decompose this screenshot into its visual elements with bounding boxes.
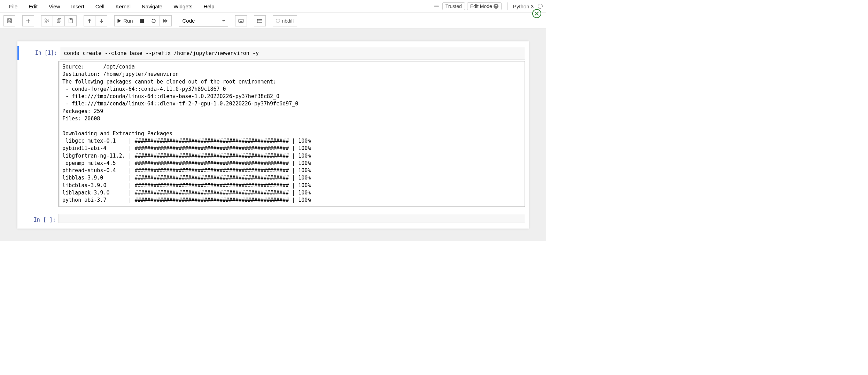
svg-point-32 <box>257 22 258 23</box>
menu-widgets[interactable]: Widgets <box>168 1 198 11</box>
restart-run-all-button[interactable] <box>160 15 172 26</box>
svg-rect-4 <box>8 21 11 23</box>
toolbar: Run Code nbdiff <box>0 13 546 29</box>
insert-cell-button[interactable] <box>22 15 34 26</box>
code-input[interactable] <box>59 214 525 223</box>
close-icon <box>534 11 539 16</box>
restart-button[interactable] <box>148 15 160 26</box>
help-icon: ? <box>494 4 498 9</box>
restart-icon <box>151 18 156 24</box>
svg-point-31 <box>257 21 258 21</box>
divider <box>507 2 507 10</box>
svg-rect-18 <box>140 19 144 23</box>
toc-button[interactable] <box>254 15 266 26</box>
kernel-status-icon <box>538 4 543 9</box>
svg-point-7 <box>45 22 46 23</box>
input-prompt: In [ ]: <box>17 214 59 223</box>
close-button[interactable] <box>532 9 541 18</box>
paste-icon <box>68 18 73 24</box>
edit-mode-label: Edit Mode <box>470 3 492 9</box>
interrupt-button[interactable] <box>136 15 148 26</box>
notebook-container: In [1]: conda create --clone base --pref… <box>0 29 546 241</box>
stop-icon <box>140 19 144 23</box>
svg-point-8 <box>45 19 46 20</box>
list-icon <box>257 18 263 24</box>
output-prompt <box>17 61 59 207</box>
svg-point-30 <box>257 19 258 20</box>
arrow-down-icon <box>99 18 104 24</box>
menu-cell[interactable]: Cell <box>90 1 110 11</box>
command-palette-button[interactable] <box>235 15 247 26</box>
plus-icon <box>25 18 31 24</box>
menu-file[interactable]: File <box>3 1 23 11</box>
edit-mode-badge[interactable]: Edit Mode? <box>467 2 502 10</box>
input-prompt: In [1]: <box>19 47 60 59</box>
menu-help[interactable]: Help <box>198 1 220 11</box>
copy-icon <box>56 18 62 24</box>
paste-button[interactable] <box>65 15 77 26</box>
circle-icon <box>276 19 280 23</box>
menu-kernel[interactable]: Kernel <box>110 1 136 11</box>
move-up-button[interactable] <box>84 15 95 26</box>
run-label: Run <box>123 18 133 24</box>
notification-indicator <box>434 6 439 7</box>
save-button[interactable] <box>3 15 15 26</box>
run-button[interactable]: Run <box>114 15 136 26</box>
fast-forward-icon <box>163 18 168 24</box>
menu-bar: File Edit View Insert Cell Kernel Naviga… <box>0 0 546 13</box>
menu-insert[interactable]: Insert <box>65 1 90 11</box>
keyboard-icon <box>238 18 244 24</box>
notebook: In [1]: conda create --clone base --pref… <box>17 41 529 229</box>
svg-rect-3 <box>8 19 10 20</box>
code-cell[interactable]: In [ ]: <box>17 213 529 224</box>
save-icon <box>7 18 12 24</box>
code-cell[interactable]: In [1]: conda create --clone base --pref… <box>17 46 529 207</box>
svg-line-10 <box>46 19 49 22</box>
scissors-icon <box>44 18 50 24</box>
svg-line-9 <box>46 20 49 22</box>
svg-marker-19 <box>163 19 165 23</box>
menu-edit[interactable]: Edit <box>23 1 43 11</box>
code-input[interactable]: conda create --clone base --prefix /home… <box>60 47 525 59</box>
menu-navigate[interactable]: Navigate <box>136 1 168 11</box>
cell-output[interactable]: Source: /opt/conda Destination: /home/ju… <box>59 61 525 207</box>
kernel-name[interactable]: Python 3 <box>513 3 534 9</box>
menu-view[interactable]: View <box>43 1 65 11</box>
svg-marker-20 <box>165 19 168 23</box>
svg-rect-21 <box>238 19 243 22</box>
play-icon <box>117 19 121 23</box>
nbdiff-button[interactable]: nbdiff <box>273 15 297 26</box>
nbdiff-label: nbdiff <box>282 18 294 24</box>
cut-button[interactable] <box>41 15 53 26</box>
svg-rect-14 <box>70 18 71 19</box>
cell-type-select[interactable]: Code <box>179 15 228 27</box>
trusted-badge[interactable]: Trusted <box>442 2 465 10</box>
copy-button[interactable] <box>53 15 65 26</box>
svg-marker-17 <box>118 19 121 23</box>
move-down-button[interactable] <box>95 15 107 26</box>
arrow-up-icon <box>87 18 92 24</box>
